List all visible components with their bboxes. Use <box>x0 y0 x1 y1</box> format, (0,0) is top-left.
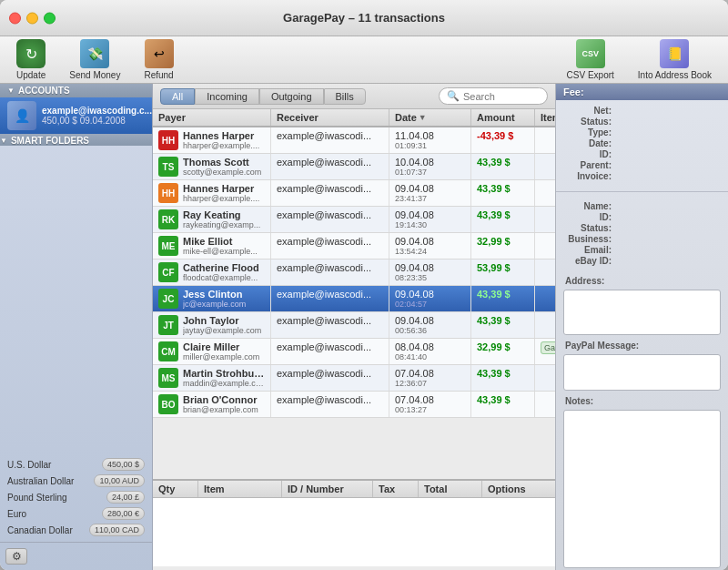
transactions-table: Payer Receiver Date ▼ Amount Items HH Ha… <box>153 109 555 479</box>
table-header: Payer Receiver Date ▼ Amount Items <box>153 109 555 127</box>
payer-name: Hannes Harper <box>183 130 259 141</box>
td-amount: 43,39 $ <box>471 312 535 338</box>
date-time: 00:56:36 <box>395 326 465 335</box>
close-button[interactable] <box>9 12 21 24</box>
update-button[interactable]: ↻ Update <box>9 36 53 84</box>
td-receiver: example@iwascodi... <box>271 127 389 153</box>
th-amount[interactable]: Amount <box>471 109 535 126</box>
payer-icon: ME <box>158 236 178 256</box>
date-main: 10.04.08 <box>395 157 465 168</box>
main-content: ▼ ACCOUNTS 👤 example@iwascoding.c... 450… <box>0 84 728 570</box>
sidebar: ▼ ACCOUNTS 👤 example@iwascoding.c... 450… <box>0 84 153 570</box>
send-money-label: Send Money <box>69 70 120 80</box>
currency-eur-name: Euro <box>7 509 26 519</box>
window-title: GaragePay – 11 transactions <box>283 11 445 25</box>
toolbar: ↻ Update 💸 Send Money ↩ Refund CSV CSV E… <box>0 36 728 84</box>
date-time: 19:14:30 <box>395 220 465 229</box>
td-payer: HH Hannes Harper hharper@example.... <box>153 180 271 206</box>
payer-info: Hannes Harper hharper@example.... <box>183 183 259 203</box>
divider-1 <box>556 191 728 192</box>
traffic-lights <box>9 12 56 24</box>
send-money-button[interactable]: 💸 Send Money <box>62 36 127 84</box>
fee-bar: Fee: <box>556 84 728 100</box>
accounts-header[interactable]: ▼ ACCOUNTS <box>0 84 152 97</box>
search-box: 🔍 <box>439 87 548 105</box>
table-row[interactable]: ME Mike Elliot mike-ell@example... examp… <box>153 233 555 260</box>
field-parent: Parent: <box>565 160 719 170</box>
table-row[interactable]: TS Thomas Scott scotty@example.com examp… <box>153 154 555 180</box>
contact-details: Name: ID: Status: Business: Email: <box>556 196 728 272</box>
csv-export-button[interactable]: CSV CSV Export <box>560 36 622 84</box>
td-items <box>535 127 555 153</box>
td-payer: HH Hannes Harper hharper@example.... <box>153 127 271 153</box>
zoom-button[interactable] <box>44 12 56 24</box>
refund-button[interactable]: ↩ Refund <box>136 36 180 84</box>
date-main: 09.04.08 <box>395 262 465 273</box>
td-items <box>535 180 555 206</box>
td-receiver: example@iwascodi... <box>271 312 389 338</box>
th-payer[interactable]: Payer <box>153 109 271 126</box>
address-book-button[interactable]: 📒 Into Address Book <box>631 36 719 84</box>
payer-name: Hannes Harper <box>183 183 259 194</box>
field-business: Business: <box>565 234 719 244</box>
date-time: 08:23:35 <box>395 273 465 282</box>
payer-email: floodcat@example... <box>183 273 259 282</box>
table-row[interactable]: CF Catherine Flood floodcat@example... e… <box>153 260 555 286</box>
items-th-qty: Qty <box>153 481 198 497</box>
currency-eur-value: 280,00 € <box>102 507 145 520</box>
ebay-id-label: eBay ID: <box>565 256 615 266</box>
td-items <box>535 154 555 179</box>
net-label: Net: <box>565 106 615 116</box>
td-date: 11.04.08 01:09:31 <box>389 127 471 153</box>
field-id2: ID: <box>565 212 719 222</box>
minimize-button[interactable] <box>26 12 38 24</box>
table-row[interactable]: CM Claire Miller miller@example.com exam… <box>153 339 555 365</box>
table-row[interactable]: BO Brian O'Connor brian@example.com exam… <box>153 392 555 418</box>
currency-aud-name: Australian Dollar <box>7 476 74 486</box>
td-payer: TS Thomas Scott scotty@example.com <box>153 154 271 179</box>
amount-value: 43,39 $ <box>477 368 511 379</box>
items-table-section: Qty Item ID / Number Tax Total Options <box>153 479 555 570</box>
amount-value: 43,39 $ <box>477 394 511 405</box>
amount-value: 43,39 $ <box>477 183 511 194</box>
td-receiver: example@iwascodi... <box>271 286 389 311</box>
filter-all-button[interactable]: All <box>160 88 195 105</box>
add-folder-button[interactable]: ⚙ <box>5 548 27 565</box>
td-date: 09.04.08 13:54:24 <box>389 233 471 259</box>
table-row[interactable]: JC Jess Clinton jc@example.com example@i… <box>153 286 555 312</box>
smart-folders-header[interactable]: ▼ SMART FOLDERS <box>0 134 152 146</box>
date-main: 11.04.08 <box>395 130 465 141</box>
smart-folders-label: SMART FOLDERS <box>11 136 89 146</box>
table-row[interactable]: MS Martin Strohbusch maddin@example.com … <box>153 365 555 392</box>
table-row[interactable]: HH Hannes Harper hharper@example.... exa… <box>153 127 555 154</box>
filter-outgoing-button[interactable]: Outgoing <box>259 88 324 105</box>
items-th-id: ID / Number <box>282 481 373 497</box>
center-panel: All Incoming Outgoing Bills 🔍 Payer Rece… <box>153 84 555 570</box>
currency-usd: U.S. Dollar 450,00 $ <box>0 456 152 473</box>
account-details: 450,00 $ 09.04.2008 <box>42 116 152 126</box>
account-info: example@iwascoding.c... 450,00 $ 09.04.2… <box>42 106 152 126</box>
refund-label: Refund <box>144 70 173 80</box>
payer-info: Jess Clinton jc@example.com <box>183 289 246 309</box>
table-row[interactable]: HH Hannes Harper hharper@example.... exa… <box>153 180 555 207</box>
td-items: GarageSale ... 1 item <box>535 339 555 364</box>
search-input[interactable] <box>463 91 545 102</box>
filter-incoming-button[interactable]: Incoming <box>195 88 259 105</box>
td-date: 09.04.08 23:41:37 <box>389 180 471 206</box>
items-table-header: Qty Item ID / Number Tax Total Options <box>153 481 555 498</box>
table-row[interactable]: JT John Taylor jaytay@example.com exampl… <box>153 312 555 339</box>
payer-icon: JC <box>158 289 178 309</box>
th-receiver[interactable]: Receiver <box>271 109 389 126</box>
table-row[interactable]: RK Ray Keating raykeating@examp... examp… <box>153 207 555 233</box>
th-items[interactable]: Items <box>535 109 555 126</box>
filter-bills-button[interactable]: Bills <box>324 88 366 105</box>
currency-cad: Canadian Dollar 110,00 CAD <box>0 522 152 538</box>
address-box <box>563 290 721 335</box>
date-time: 00:13:27 <box>395 405 465 414</box>
td-items <box>535 286 555 311</box>
payer-name: Claire Miller <box>183 341 259 352</box>
th-date[interactable]: Date ▼ <box>389 109 471 126</box>
td-amount: 43,39 $ <box>471 286 535 311</box>
currency-usd-name: U.S. Dollar <box>7 460 51 470</box>
account-item[interactable]: 👤 example@iwascoding.c... 450,00 $ 09.04… <box>0 97 152 134</box>
